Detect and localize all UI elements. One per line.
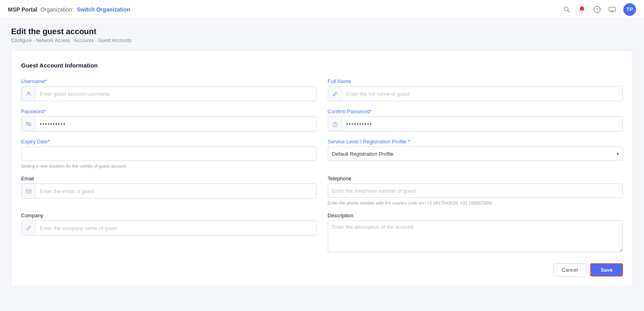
pencil-icon-fullname xyxy=(328,87,342,101)
monitor-icon[interactable] xyxy=(608,6,616,14)
expiry-input[interactable] xyxy=(21,147,317,161)
fullname-label: Full Name xyxy=(328,78,623,84)
guest-account-card: Guest Account Information Username* Full… xyxy=(11,50,633,286)
breadcrumb-configure: Configure xyxy=(11,38,32,43)
save-button[interactable]: Save xyxy=(590,263,623,276)
service-level-group: Service Level / Registration Profile * D… xyxy=(328,139,623,168)
breadcrumb: Configure - Network Access - Accounts - … xyxy=(11,38,633,43)
email-input-wrapper xyxy=(21,184,317,199)
expiry-group: Expiry Date* Setting a new duration for … xyxy=(21,139,317,168)
confirm-password-wrapper xyxy=(328,116,623,131)
cancel-button[interactable]: Cancel xyxy=(553,263,586,276)
page-content: Edit the guest account Configure - Netwo… xyxy=(0,19,644,294)
nav-left: MSP Portal Organization: Switch Organiza… xyxy=(8,6,130,13)
help-icon[interactable]: ? xyxy=(593,6,601,14)
svg-rect-4 xyxy=(609,7,615,11)
form-row-3: Expiry Date* Setting a new duration for … xyxy=(21,139,623,168)
nav-right: ? TP xyxy=(563,3,636,16)
email-label: Email xyxy=(21,176,317,182)
switch-org-link[interactable]: Switch Organization xyxy=(77,6,130,13)
telephone-group: Telephone Enter the phone number with th… xyxy=(328,176,623,205)
form-footer: Cancel Save xyxy=(21,263,623,276)
confirm-password-group: Confirm Password* xyxy=(328,108,623,131)
pencil-icon-company xyxy=(21,221,36,235)
avatar[interactable]: TP xyxy=(623,3,636,16)
username-label: Username* xyxy=(21,78,317,84)
fullname-input-wrapper xyxy=(328,86,623,101)
user-icon xyxy=(21,87,36,101)
service-level-select[interactable]: Default Registration Profile xyxy=(328,147,623,161)
form-row-1: Username* Full Name xyxy=(21,78,623,101)
password-input-wrapper xyxy=(21,116,317,131)
lock-icon xyxy=(328,117,342,131)
service-level-label: Service Level / Registration Profile * xyxy=(328,139,623,145)
password-label: Password* xyxy=(21,108,317,114)
expiry-hint: Setting a new duration for the validity … xyxy=(21,164,317,168)
description-label: Description xyxy=(328,212,623,218)
username-group: Username* xyxy=(21,78,317,101)
username-input[interactable] xyxy=(36,87,316,101)
confirm-password-input[interactable] xyxy=(342,117,623,131)
notifications-icon[interactable] xyxy=(578,6,586,14)
form-row-4: Email Telephone Enter the phone number w… xyxy=(21,176,623,205)
breadcrumb-network-access: Network Access xyxy=(36,38,70,43)
fullname-input[interactable] xyxy=(342,87,623,101)
telephone-label: Telephone xyxy=(328,176,623,182)
svg-text:?: ? xyxy=(596,8,598,12)
company-label: Company xyxy=(21,212,317,218)
email-input[interactable] xyxy=(36,184,316,198)
svg-point-5 xyxy=(27,92,29,94)
service-level-select-wrapper: Default Registration Profile ▾ xyxy=(328,147,623,161)
email-icon xyxy=(21,184,36,198)
card-title: Guest Account Information xyxy=(21,62,623,69)
nav-brand: MSP Portal xyxy=(8,6,37,13)
breadcrumb-guest-accounts: Guest Accounts xyxy=(98,38,131,43)
password-input[interactable] xyxy=(36,117,316,131)
fullname-group: Full Name xyxy=(328,78,623,101)
password-group: Password* xyxy=(21,108,317,131)
username-input-wrapper xyxy=(21,86,317,101)
company-group: Company xyxy=(21,212,317,252)
page-title: Edit the guest account xyxy=(11,27,633,36)
svg-line-1 xyxy=(568,10,570,12)
telephone-hint: Enter the phone number with the country … xyxy=(328,201,623,205)
eye-off-icon xyxy=(21,117,36,131)
confirm-password-label: Confirm Password* xyxy=(328,108,623,114)
form-row-2: Password* Confirm Password* xyxy=(21,108,623,131)
email-group: Email xyxy=(21,176,317,205)
company-input-wrapper xyxy=(21,220,317,236)
description-group: Description xyxy=(328,212,623,252)
form-row-5: Company Description xyxy=(21,212,623,252)
expiry-label: Expiry Date* xyxy=(21,139,317,145)
description-textarea[interactable] xyxy=(328,220,623,252)
top-nav: MSP Portal Organization: Switch Organiza… xyxy=(0,0,644,19)
svg-rect-11 xyxy=(26,189,31,193)
telephone-input[interactable] xyxy=(328,184,623,198)
breadcrumb-accounts: Accounts xyxy=(74,38,93,43)
svg-point-10 xyxy=(335,125,335,126)
nav-org-label: Organization: xyxy=(41,6,74,13)
search-icon[interactable] xyxy=(563,6,571,14)
company-input[interactable] xyxy=(36,221,316,235)
